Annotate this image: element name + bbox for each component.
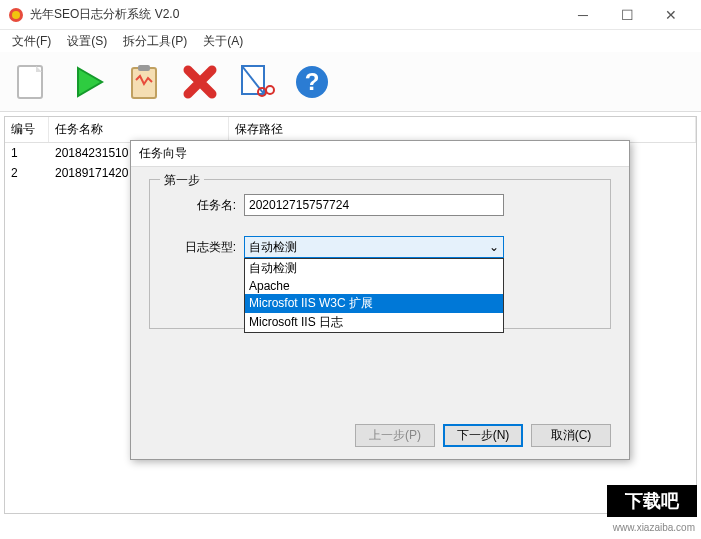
step-legend: 第一步 (160, 172, 204, 189)
chevron-down-icon: ⌄ (489, 240, 499, 254)
svg-point-1 (12, 11, 20, 19)
maximize-button[interactable]: ☐ (605, 1, 649, 29)
col-id[interactable]: 编号 (5, 117, 49, 142)
menu-tools[interactable]: 拆分工具(P) (115, 31, 195, 52)
delete-button[interactable] (176, 58, 224, 106)
menubar: 文件(F) 设置(S) 拆分工具(P) 关于(A) (0, 30, 701, 52)
clipboard-button[interactable] (120, 58, 168, 106)
next-button[interactable]: 下一步(N) (443, 424, 523, 447)
watermark: www.xiazaiba.com (613, 522, 695, 533)
step-fieldset: 第一步 任务名: 日志类型: 自动检测 ⌄ 自动检测 Apache Micros… (149, 179, 611, 329)
dialog-title: 任务向导 (131, 141, 629, 167)
titlebar: 光年SEO日志分析系统 V2.0 ─ ☐ ✕ (0, 0, 701, 30)
task-wizard-dialog: 任务向导 第一步 任务名: 日志类型: 自动检测 ⌄ 自动检测 Apache (130, 140, 630, 460)
menu-file[interactable]: 文件(F) (4, 31, 59, 52)
log-type-combo[interactable]: 自动检测 ⌄ (244, 236, 504, 258)
prev-button: 上一步(P) (355, 424, 435, 447)
cut-button[interactable] (232, 58, 280, 106)
combo-option[interactable]: Microsfot IIS W3C 扩展 (245, 294, 503, 313)
site-logo: 下载吧 (607, 485, 697, 521)
window-title: 光年SEO日志分析系统 V2.0 (30, 6, 561, 23)
minimize-button[interactable]: ─ (561, 1, 605, 29)
run-button[interactable] (64, 58, 112, 106)
app-icon (8, 7, 24, 23)
help-button[interactable]: ? (288, 58, 336, 106)
svg-rect-4 (138, 65, 150, 71)
combo-option[interactable]: Apache (245, 278, 503, 294)
log-type-dropdown: 自动检测 Apache Microsfot IIS W3C 扩展 Microso… (244, 258, 504, 333)
cancel-button[interactable]: 取消(C) (531, 424, 611, 447)
combo-option[interactable]: 自动检测 (245, 259, 503, 278)
svg-point-7 (266, 86, 274, 94)
menu-settings[interactable]: 设置(S) (59, 31, 115, 52)
task-name-input[interactable] (244, 194, 504, 216)
task-name-label: 任务名: (166, 197, 236, 214)
svg-text:?: ? (305, 68, 320, 95)
log-type-label: 日志类型: (166, 239, 236, 256)
toolbar: ? (0, 52, 701, 112)
combo-option[interactable]: Microsoft IIS 日志 (245, 313, 503, 332)
menu-about[interactable]: 关于(A) (195, 31, 251, 52)
close-button[interactable]: ✕ (649, 1, 693, 29)
col-name[interactable]: 任务名称 (49, 117, 229, 142)
new-task-button[interactable] (8, 58, 56, 106)
col-path[interactable]: 保存路径 (229, 117, 696, 142)
svg-text:下载吧: 下载吧 (624, 491, 680, 511)
